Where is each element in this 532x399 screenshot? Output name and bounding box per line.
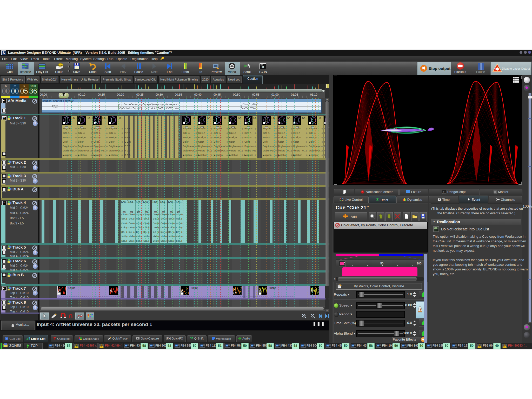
svg-text:01: 01: [262, 66, 264, 68]
svg-text:Σ: Σ: [26, 337, 28, 340]
svg-text:?: ?: [124, 64, 127, 68]
svg-text:✱: ✱: [495, 66, 499, 72]
svg-text:beta: beta: [58, 64, 63, 66]
svg-text:Add: Add: [351, 215, 357, 219]
svg-text:!: !: [479, 345, 480, 348]
svg-text:!: !: [101, 345, 102, 348]
svg-text:>_: >_: [443, 190, 446, 193]
svg-text:!: !: [504, 345, 505, 348]
svg-text:!: !: [76, 345, 77, 348]
